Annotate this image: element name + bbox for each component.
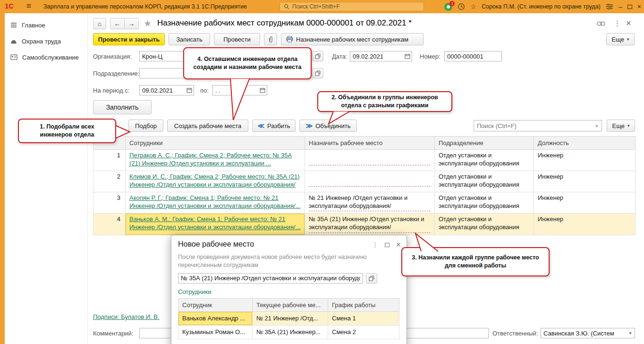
dialog-row-selected[interactable]: Ваньков Александр ... № 21 Инженер /Отд.…	[178, 311, 399, 325]
workplace-cell[interactable]	[305, 171, 435, 192]
main-menu-icon[interactable]: ≡	[26, 1, 31, 11]
department-label: Подразделение:	[93, 70, 139, 77]
workplace-value[interactable]: № 35А (21) Инженер /Отдел установки и эк…	[309, 215, 431, 232]
more-button-toolbar[interactable]: Еще ▾	[606, 33, 635, 45]
dialog-schedule-header[interactable]: График работы	[328, 298, 399, 311]
dialog-employee-cell[interactable]: Ваньков Александр ...	[178, 311, 253, 325]
more-button-table[interactable]: Еще ▾	[607, 120, 635, 132]
dialog-employee-cell[interactable]: Кузьминых Роман О...	[178, 325, 253, 339]
post-and-close-button[interactable]: Провести и закрыть	[93, 33, 165, 45]
new-workplace-input[interactable]	[178, 275, 363, 282]
workplace-open-button[interactable]	[366, 273, 377, 284]
sidebar-item-labor-safety[interactable]: Охрана труда	[5, 34, 87, 48]
settings-sliders-icon[interactable]	[606, 3, 613, 10]
new-workplace-field[interactable]	[178, 273, 363, 284]
home-icon: ⌂	[98, 20, 102, 27]
period-to-label: по:	[200, 87, 209, 94]
chevron-down-icon[interactable]: ▾	[626, 328, 635, 338]
responsible-input[interactable]	[541, 328, 626, 338]
period-from-input[interactable]	[140, 86, 185, 95]
notification-dot-icon	[447, 5, 450, 9]
dialog-more-icon[interactable]: ⋮	[372, 241, 378, 249]
dialog-current-workplace-header[interactable]: Текущее рабочее ме...	[253, 298, 328, 311]
notifications-icon[interactable]: 1	[444, 3, 452, 11]
employees-header[interactable]: Сотрудники	[126, 137, 305, 150]
employee-cell[interactable]: Петраков А. С.; График: Смена 2; Рабочее…	[126, 150, 305, 171]
print-assignment-button[interactable]: Назначение рабочих мест сотрудникам	[281, 33, 424, 45]
sidebar-divider	[87, 13, 88, 344]
department-cell: Отдел установки и эксплуатации оборудова…	[435, 171, 534, 192]
sidebar-item-self-service[interactable]: Самообслуживание	[5, 50, 87, 64]
table-row[interactable]: 1 Петраков А. С.; График: Смена 2; Рабоч…	[93, 150, 636, 171]
employee-link[interactable]: Акопян Р. Г.; График: Смена 1; Рабочее м…	[129, 194, 300, 209]
minimize-button[interactable]: –	[619, 3, 622, 10]
table-search-input[interactable]	[474, 122, 592, 129]
sidebar-item-main[interactable]: Главное	[5, 18, 87, 32]
date-field[interactable]	[350, 51, 412, 61]
split-label: Разбить	[267, 122, 290, 129]
employee-link[interactable]: Петраков А. С.; График: Смена 2; Рабочее…	[129, 152, 292, 167]
get-link-icon[interactable]	[597, 21, 605, 26]
app-window: 1С ≡ Зарплата и управление персоналом КО…	[0, 0, 644, 344]
clear-search-icon[interactable]: ×	[592, 122, 602, 129]
workplace-value[interactable]	[309, 152, 431, 165]
position-header[interactable]: Должность	[534, 137, 636, 150]
assign-workplace-header[interactable]: Назначить рабочее место	[305, 137, 435, 150]
workplace-value[interactable]	[309, 173, 431, 187]
dialog-maximize-button[interactable]	[385, 243, 390, 247]
calendar-button[interactable]	[403, 52, 412, 61]
period-from-field[interactable]	[139, 85, 194, 95]
labor-safety-icon	[10, 38, 17, 44]
table-row-selected[interactable]: 4 Ваньков А. М.; График: Смена 1; Рабоче…	[93, 214, 636, 235]
pick-button[interactable]: Подбор	[128, 120, 163, 132]
signatures-link[interactable]: Подписи: Булатов И. В.	[93, 313, 160, 320]
forward-button[interactable]: →	[124, 18, 139, 29]
workplace-cell[interactable]	[305, 150, 435, 171]
date-input[interactable]	[350, 52, 403, 61]
employee-cell[interactable]: Ваньков А. М.; График: Смена 1; Рабочее …	[126, 214, 305, 235]
employees-group-link[interactable]: Сотрудники	[178, 288, 400, 295]
form-close-button[interactable]: ×	[626, 18, 631, 28]
1c-logo: 1С	[5, 2, 14, 10]
global-search[interactable]: Поиск Ctrl+Shift+F	[280, 2, 424, 11]
workplace-value[interactable]: № 21 Инженер /Отдел установки и эксплуат…	[309, 194, 431, 211]
history-clock-icon[interactable]	[458, 3, 465, 10]
workplace-cell[interactable]: № 35А (21) Инженер /Отдел установки и эк…	[305, 214, 435, 235]
employees-table: Сотрудники Назначить рабочее место Подра…	[93, 136, 636, 235]
search-icon	[284, 4, 289, 9]
employee-link[interactable]: Ваньков А. М.; График: Смена 1; Рабочее …	[129, 215, 300, 231]
number-input[interactable]	[444, 51, 502, 61]
calendar-button[interactable]	[185, 86, 194, 95]
employee-cell[interactable]: Климов И. С.; График: Смена 2; Рабочее м…	[126, 171, 305, 192]
dialog-close-button[interactable]: ×	[396, 240, 401, 249]
organization-open-button[interactable]	[312, 51, 323, 61]
callout-2-text: 2. Объединили в группы инженеров отдела …	[323, 94, 447, 110]
responsible-field[interactable]: ▾	[541, 328, 635, 338]
attachments-button[interactable]	[264, 33, 277, 45]
table-search-field[interactable]: ×	[474, 120, 602, 131]
employee-link[interactable]: Климов И. С.; График: Смена 2; Рабочее м…	[129, 173, 300, 188]
chevron-down-icon: ▾	[627, 37, 629, 42]
home-button[interactable]: ⌂	[93, 18, 106, 29]
more-actions-icon[interactable]: ⋮	[614, 19, 621, 28]
post-button[interactable]: Провести	[214, 33, 260, 45]
workplace-cell[interactable]: № 21 Инженер /Отдел установки и эксплуат…	[305, 192, 435, 214]
save-button[interactable]: Записать	[169, 33, 210, 45]
back-button[interactable]: ←	[110, 18, 125, 29]
print-assignment-label: Назначение рабочих мест сотрудникам	[296, 36, 408, 43]
window-close-button[interactable]: ×	[637, 3, 641, 10]
table-row[interactable]: 3 Акопян Р. Г.; График: Смена 1; Рабочее…	[93, 192, 636, 214]
fill-label: Заполнить	[106, 103, 139, 111]
current-user[interactable]: Сорока П.М. (Ст. инженер по охране труда…	[482, 3, 601, 10]
employee-cell[interactable]: Акопян Р. Г.; График: Смена 1; Рабочее м…	[126, 192, 305, 214]
dialog-row[interactable]: Кузьминых Роман О... № 35А (21) Инженер.…	[178, 325, 399, 339]
table-row[interactable]: 2 Климов И. С.; График: Смена 2; Рабочее…	[93, 171, 636, 192]
favorite-star-icon[interactable]: ★	[144, 18, 152, 29]
maximize-button[interactable]	[627, 5, 632, 9]
department-header[interactable]: Подразделение	[435, 137, 534, 150]
department-open-button[interactable]	[312, 68, 323, 78]
dialog-employee-header[interactable]: Сотрудник	[178, 298, 253, 311]
fill-button[interactable]: Заполнить	[93, 100, 152, 114]
favorites-star-icon[interactable]: ☆	[470, 3, 476, 10]
save-label: Записать	[176, 36, 203, 43]
